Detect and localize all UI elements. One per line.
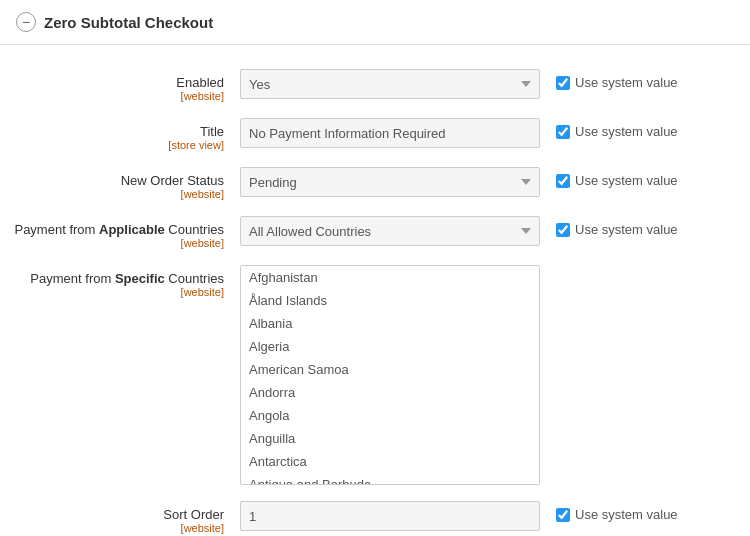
form-body: Enabled [website] Yes No Use system valu… (0, 45, 750, 536)
title-label-col: Title [store view] (0, 118, 240, 151)
enabled-label: Enabled (176, 75, 224, 90)
payment-applicable-row: Payment from Applicable Countries [websi… (0, 208, 750, 257)
payment-applicable-scope: [website] (0, 237, 224, 249)
payment-applicable-system-value-label[interactable]: Use system value (556, 222, 678, 237)
payment-applicable-label-end: Countries (165, 222, 224, 237)
collapse-button[interactable] (16, 12, 36, 32)
new-order-status-row: New Order Status [website] Pending Proce… (0, 159, 750, 208)
page-wrapper: Zero Subtotal Checkout Enabled [website]… (0, 0, 750, 536)
enabled-field: Yes No (240, 69, 540, 99)
new-order-status-field: Pending Processing (240, 167, 540, 197)
payment-applicable-label: Payment from Applicable Countries (14, 222, 224, 237)
payment-applicable-system-value-checkbox[interactable] (556, 223, 570, 237)
payment-applicable-system-value-col: Use system value (540, 216, 678, 237)
sort-order-scope: [website] (0, 522, 224, 534)
payment-applicable-select-wrapper: All Allowed Countries Specific Countries (240, 216, 540, 246)
title-system-value-label[interactable]: Use system value (556, 124, 678, 139)
payment-specific-label-start: Payment from (30, 271, 115, 286)
new-order-status-system-value-checkbox[interactable] (556, 174, 570, 188)
payment-specific-label-bold: Specific (115, 271, 165, 286)
payment-applicable-field: All Allowed Countries Specific Countries (240, 216, 540, 246)
title-field (240, 118, 540, 148)
sort-order-row: Sort Order [website] Use system value (0, 493, 750, 536)
payment-applicable-select[interactable]: All Allowed Countries Specific Countries (240, 216, 540, 246)
title-input[interactable] (240, 118, 540, 148)
enabled-select[interactable]: Yes No (240, 69, 540, 99)
section-header: Zero Subtotal Checkout (0, 0, 750, 45)
payment-specific-label-col: Payment from Specific Countries [website… (0, 265, 240, 298)
title-scope: [store view] (0, 139, 224, 151)
sort-order-input[interactable] (240, 501, 540, 531)
payment-specific-label-end: Countries (165, 271, 224, 286)
payment-specific-field: AfghanistanÅland IslandsAlbaniaAlgeriaAm… (240, 265, 540, 485)
payment-applicable-label-col: Payment from Applicable Countries [websi… (0, 216, 240, 249)
sort-order-label: Sort Order (163, 507, 224, 522)
new-order-status-select[interactable]: Pending Processing (240, 167, 540, 197)
sort-order-system-value-checkbox[interactable] (556, 508, 570, 522)
enabled-scope: [website] (0, 90, 224, 102)
sort-order-system-value-label[interactable]: Use system value (556, 507, 678, 522)
new-order-status-scope: [website] (0, 188, 224, 200)
enabled-select-wrapper: Yes No (240, 69, 540, 99)
payment-specific-row: Payment from Specific Countries [website… (0, 257, 750, 493)
payment-specific-scope: [website] (0, 286, 224, 298)
enabled-system-value-label[interactable]: Use system value (556, 75, 678, 90)
new-order-status-select-wrapper: Pending Processing (240, 167, 540, 197)
new-order-status-label-col: New Order Status [website] (0, 167, 240, 200)
payment-applicable-label-bold: Applicable (99, 222, 165, 237)
section-title: Zero Subtotal Checkout (44, 14, 213, 31)
sort-order-system-value-col: Use system value (540, 501, 678, 522)
sort-order-field (240, 501, 540, 531)
payment-applicable-system-value-text: Use system value (575, 222, 678, 237)
enabled-row: Enabled [website] Yes No Use system valu… (0, 61, 750, 110)
new-order-status-system-value-text: Use system value (575, 173, 678, 188)
payment-applicable-label-start: Payment from (14, 222, 99, 237)
title-system-value-checkbox[interactable] (556, 125, 570, 139)
new-order-status-system-value-label[interactable]: Use system value (556, 173, 678, 188)
payment-specific-multiselect[interactable]: AfghanistanÅland IslandsAlbaniaAlgeriaAm… (240, 265, 540, 485)
enabled-system-value-col: Use system value (540, 69, 678, 90)
title-system-value-col: Use system value (540, 118, 678, 139)
new-order-status-system-value-col: Use system value (540, 167, 678, 188)
enabled-system-value-checkbox[interactable] (556, 76, 570, 90)
title-row: Title [store view] Use system value (0, 110, 750, 159)
new-order-status-label: New Order Status (121, 173, 224, 188)
title-system-value-text: Use system value (575, 124, 678, 139)
payment-specific-label: Payment from Specific Countries (30, 271, 224, 286)
sort-order-label-col: Sort Order [website] (0, 501, 240, 534)
sort-order-system-value-text: Use system value (575, 507, 678, 522)
title-label: Title (200, 124, 224, 139)
enabled-system-value-text: Use system value (575, 75, 678, 90)
enabled-label-col: Enabled [website] (0, 69, 240, 102)
